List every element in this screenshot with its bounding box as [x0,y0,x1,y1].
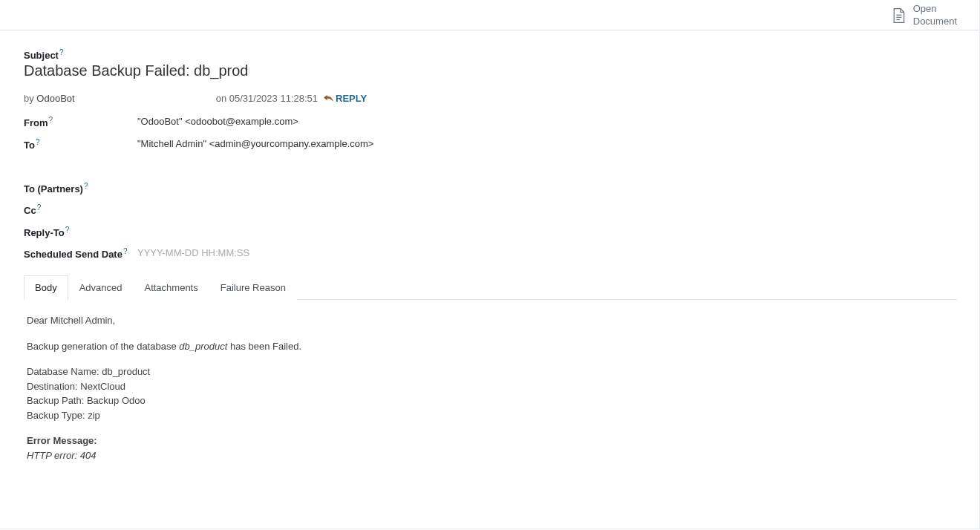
open-document-label: OpenDocument [913,3,957,28]
from-value[interactable]: "OdooBot" <odoobot@example.com> [137,111,957,133]
body-error: Error Message: HTTP error: 404 [27,434,954,462]
help-icon[interactable]: ? [65,226,70,234]
fields-table: From? "OdooBot" <odoobot@example.com> To… [24,111,957,264]
tab-attachments[interactable]: Attachments [133,275,209,300]
bottom-divider [0,529,980,529]
open-document-button[interactable]: OpenDocument [892,3,957,28]
help-icon[interactable]: ? [37,203,42,212]
main-content: Subject? by OdooBot on 05/31/2023 11:28:… [0,30,979,476]
to-partners-value[interactable] [137,177,957,199]
help-icon[interactable]: ? [36,138,40,146]
from-label: From? [24,111,137,133]
body-status-line: Backup generation of the database db_pro… [27,339,954,354]
subject-label: Subject? [24,48,957,61]
help-icon[interactable]: ? [84,182,88,190]
scheduled-value[interactable]: YYYY-MM-DD HH:MM:SS [137,243,957,264]
to-label: To? [24,134,137,155]
help-icon[interactable]: ? [123,247,128,255]
tabs: Body Advanced Attachments Failure Reason [24,275,957,300]
tab-body[interactable]: Body [24,275,68,300]
cc-value[interactable] [137,199,957,220]
reply-to-value[interactable] [137,221,957,243]
by-author: by OdooBot [24,93,75,104]
help-icon[interactable]: ? [59,48,64,56]
on-date: on 05/31/2023 11:28:51 [216,93,318,104]
reply-button[interactable]: REPLY [324,93,367,104]
tab-failure-reason[interactable]: Failure Reason [209,275,297,300]
to-partners-label: To (Partners)? [24,177,137,199]
tab-advanced[interactable]: Advanced [68,275,134,300]
top-bar: OpenDocument [0,0,979,30]
body-greeting: Dear Mitchell Admin, [27,313,954,328]
reply-icon [324,94,333,102]
body-details: Database Name: db_product Destination: N… [27,364,954,422]
cc-label: Cc? [24,199,137,220]
reply-to-label: Reply-To? [24,221,137,243]
subject-input[interactable] [24,62,249,79]
to-value[interactable]: "Mitchell Admin" <admin@yourcompany.exam… [137,134,957,155]
scheduled-label: Scheduled Send Date? [24,243,137,264]
body-content: Dear Mitchell Admin, Backup generation o… [24,300,957,476]
document-icon [892,7,906,24]
help-icon[interactable]: ? [49,116,53,124]
meta-row: by OdooBot on 05/31/2023 11:28:51 REPLY [24,93,957,104]
